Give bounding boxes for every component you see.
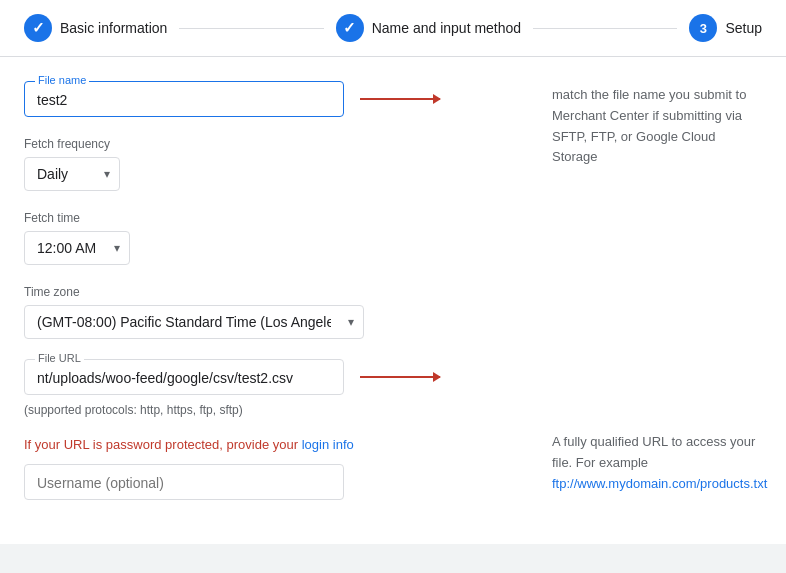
login-info-link[interactable]: login info [302,437,354,452]
timezone-select-wrapper[interactable]: (GMT-08:00) Pacific Standard Time (Los A… [24,305,364,339]
main-content: File name Fetch frequency Daily Weekly M… [0,57,786,544]
file-url-group: File URL (supported protocols: http, htt… [24,359,508,417]
file-url-arrow [360,376,440,378]
step-basic-info: Basic information [24,14,167,42]
file-url-label: File URL [35,352,84,364]
fetch-time-select-wrapper[interactable]: 12:00 AM ▾ [24,231,130,265]
timezone-label: Time zone [24,285,508,299]
file-url-input[interactable] [37,368,331,388]
right-spacer [552,168,762,428]
step-1-label: Basic information [60,20,167,36]
timezone-group: Time zone (GMT-08:00) Pacific Standard T… [24,285,508,339]
fetch-frequency-group: Fetch frequency Daily Weekly Monthly ▾ [24,137,508,191]
right-panel: match the file name you submit to Mercha… [532,81,762,520]
file-name-arrow [360,98,440,100]
supported-protocols-text: (supported protocols: http, https, ftp, … [24,403,508,417]
password-note: If your URL is password protected, provi… [24,437,508,452]
timezone-select[interactable]: (GMT-08:00) Pacific Standard Time (Los A… [24,305,364,339]
left-panel: File name Fetch frequency Daily Weekly M… [24,81,532,520]
fetch-frequency-label: Fetch frequency [24,137,508,151]
file-name-hint: match the file name you submit to Mercha… [552,81,762,168]
file-url-field-wrapper[interactable]: File URL [24,359,344,395]
step-2-label: Name and input method [372,20,521,36]
step-1-circle [24,14,52,42]
stepper: Basic information Name and input method … [0,0,786,57]
step-connector-2 [533,28,677,29]
username-input[interactable] [37,473,331,493]
username-field-wrapper[interactable] [24,464,344,500]
username-group [24,464,508,500]
fetch-time-group: Fetch time 12:00 AM ▾ [24,211,508,265]
fetch-time-label: Fetch time [24,211,508,225]
password-note-text: If your URL is password protected, provi… [24,437,302,452]
file-name-input[interactable] [37,90,331,110]
file-name-row: File name [24,81,508,117]
step-3-circle: 3 [689,14,717,42]
step-2-circle [336,14,364,42]
step-connector-1 [179,28,323,29]
file-name-label: File name [35,74,89,86]
file-url-hint-section: A fully qualified URL to access your fil… [552,428,762,494]
fetch-time-select[interactable]: 12:00 AM [24,231,130,265]
file-name-field-wrapper[interactable]: File name [24,81,344,117]
step-name-input: Name and input method [336,14,521,42]
file-name-group: File name [24,81,508,117]
step-3-label: Setup [725,20,762,36]
file-url-row: File URL [24,359,508,395]
fetch-frequency-select-wrapper[interactable]: Daily Weekly Monthly ▾ [24,157,120,191]
step-setup: 3 Setup [689,14,762,42]
file-url-example: ftp://www.mydomain.com/products.txt [552,476,767,491]
file-url-hint-text: A fully qualified URL to access your fil… [552,434,755,470]
fetch-frequency-select[interactable]: Daily Weekly Monthly [24,157,120,191]
